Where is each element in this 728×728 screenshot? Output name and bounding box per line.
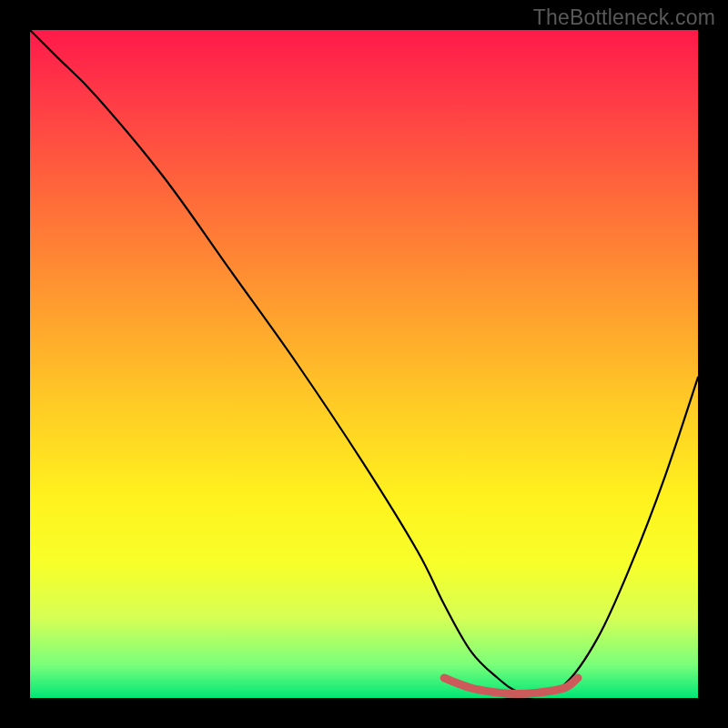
- optimal-zone-highlight: [444, 678, 578, 694]
- curve-layer: [30, 30, 698, 698]
- plot-area: [30, 30, 698, 698]
- chart-frame: TheBottleneck.com: [0, 0, 728, 728]
- bottleneck-curve: [30, 30, 698, 693]
- watermark-text: TheBottleneck.com: [533, 5, 715, 30]
